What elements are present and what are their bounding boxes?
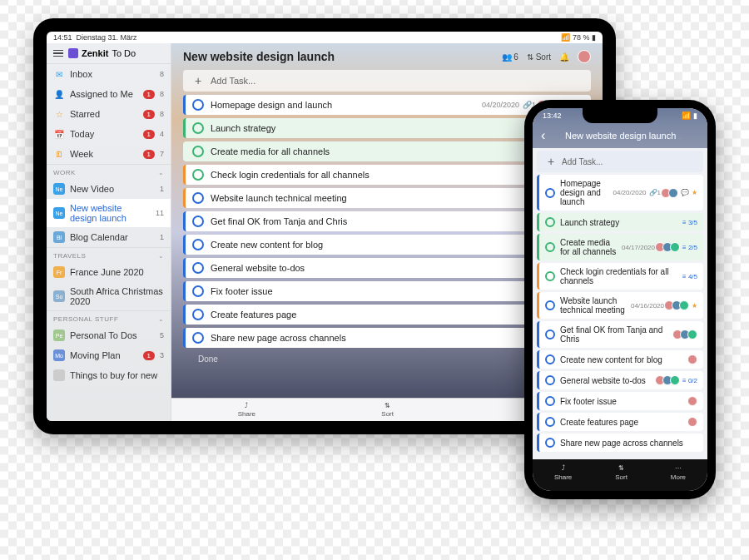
phone-more-button[interactable]: ⋯More xyxy=(671,464,686,481)
checkbox-icon[interactable] xyxy=(545,217,555,227)
task-title: Website launch technical meeting xyxy=(560,296,626,315)
checkbox-icon[interactable] xyxy=(545,242,555,252)
checkbox-icon[interactable] xyxy=(192,169,204,181)
sidebar-item-starred[interactable]: ☆ Starred 1 8 xyxy=(47,104,171,124)
header-actions: 👥 6 ⇅ Sort 🔔 xyxy=(502,50,591,63)
phone-sort-button[interactable]: ⇅Sort xyxy=(615,464,627,481)
task-title: General website to-dos xyxy=(211,263,578,273)
sidebar-item-france-june-2020[interactable]: Fr France June 2020 xyxy=(47,262,171,282)
checkbox-icon[interactable] xyxy=(192,216,204,227)
task-title: Create features page xyxy=(560,418,682,427)
sidebar-item-personal-to-dos[interactable]: Pe Personal To Dos 5 xyxy=(47,325,171,345)
checkbox-icon[interactable] xyxy=(192,122,204,134)
task-row[interactable]: Share new page across channels xyxy=(537,434,703,452)
checkbox-icon[interactable] xyxy=(192,262,204,274)
checkbox-icon[interactable] xyxy=(545,375,555,385)
count: 1 xyxy=(160,233,164,241)
chevron-down-icon: ⌄ xyxy=(158,315,165,323)
phone-add-task[interactable]: + Add Task... xyxy=(537,151,703,172)
checkbox-icon[interactable] xyxy=(192,285,204,297)
task-row[interactable]: Check login credentials for all channels… xyxy=(537,263,703,290)
checkbox-icon[interactable] xyxy=(545,271,555,281)
checkbox-icon[interactable] xyxy=(545,188,555,198)
task-row[interactable]: Launch strategy ≡ 3/5 xyxy=(537,213,703,231)
task-row[interactable]: General website to-dos ≡ 0/2 xyxy=(537,371,703,389)
sidebar-item-new-website-design-l[interactable]: Ne New website design launch 11 xyxy=(47,199,171,227)
share-button[interactable]: ⤴Share xyxy=(238,402,255,418)
task-row[interactable]: Get final OK from Tanja and Chris xyxy=(537,321,703,348)
sidebar-item-inbox[interactable]: ✉ Inbox 8 xyxy=(47,64,171,84)
week-icon: 🗓 xyxy=(53,148,65,160)
task-title: Launch strategy xyxy=(211,123,578,133)
checkbox-icon[interactable] xyxy=(545,354,555,364)
count: 8 xyxy=(160,110,164,118)
task-row[interactable]: Homepage design and launch 04/20/2020🔗1💬… xyxy=(537,175,703,211)
task-row[interactable]: Create new content for blog xyxy=(537,350,703,369)
checkbox-icon[interactable] xyxy=(192,332,204,344)
list-color-icon: Ne xyxy=(53,183,65,195)
sidebar-item-assigned-to-me[interactable]: 👤 Assigned to Me 1 8 xyxy=(47,84,171,104)
signal-icons: 📶 ▮ xyxy=(682,112,697,120)
sidebar-item-today[interactable]: 📅 Today 1 4 xyxy=(47,124,171,144)
sidebar-item-label: South Africa Christmas 2020 xyxy=(70,286,164,306)
sidebar-item-moving-plan[interactable]: Mo Moving Plan 1 3 xyxy=(47,345,171,365)
sidebar-item-label: France June 2020 xyxy=(70,267,164,277)
sidebar-item-south-africa-christm[interactable]: So South Africa Christmas 2020 xyxy=(47,282,171,310)
sidebar-item-week[interactable]: 🗓 Week 1 7 xyxy=(47,144,171,164)
task-title: Homepage design and launch xyxy=(560,179,608,206)
section-title: PERSONAL STUFF xyxy=(53,315,118,323)
checkbox-icon[interactable] xyxy=(545,417,555,427)
menu-icon[interactable] xyxy=(53,50,63,57)
task-row[interactable]: Create media for all channels 04/17/2020… xyxy=(537,234,703,260)
sidebar-item-new-video[interactable]: Ne New Video 1 xyxy=(47,179,171,199)
task-title: Create media for all channels xyxy=(211,146,540,156)
checkbox-icon[interactable] xyxy=(545,396,555,406)
checkbox-icon[interactable] xyxy=(192,239,204,250)
sort-button-bottom[interactable]: ⇅Sort xyxy=(381,402,394,418)
checkbox-icon[interactable] xyxy=(192,99,204,111)
task-title: Create new content for blog xyxy=(560,355,682,364)
members-count[interactable]: 👥 6 xyxy=(502,52,518,62)
back-icon[interactable]: ‹ xyxy=(541,128,545,143)
task-meta xyxy=(687,354,697,364)
checkbox-icon[interactable] xyxy=(545,300,555,310)
sidebar-section-travels[interactable]: TRAVELS⌄ xyxy=(47,247,171,262)
badge: 1 xyxy=(143,150,155,159)
task-title: Create media for all channels xyxy=(560,238,617,256)
bell-icon[interactable]: 🔔 xyxy=(559,52,569,62)
progress: ≡ 2/5 xyxy=(682,244,697,251)
checkbox-icon[interactable] xyxy=(192,192,204,204)
sidebar-item-label: Week xyxy=(70,149,138,159)
task-row[interactable]: Website launch technical meeting 04/16/2… xyxy=(537,292,703,319)
list-color-icon: So xyxy=(53,290,65,302)
page-title: New website design launch xyxy=(183,50,335,63)
checkbox-icon[interactable] xyxy=(192,146,204,157)
sidebar-section-personal stuff[interactable]: PERSONAL STUFF⌄ xyxy=(47,310,171,325)
checkbox-icon[interactable] xyxy=(545,438,555,448)
phone-page-title: New website design launch xyxy=(565,131,676,141)
list-color-icon: Bl xyxy=(53,231,65,243)
task-title: Create new content for blog xyxy=(211,240,578,250)
task-row[interactable]: Create features page xyxy=(537,413,703,431)
chevron-down-icon[interactable]: ⌄ xyxy=(678,133,684,141)
app-title: Zenkit To Do xyxy=(68,48,136,58)
task-row[interactable]: Fix footer issue xyxy=(537,392,703,410)
phone-share-button[interactable]: ⤴Share xyxy=(554,464,572,481)
count: 4 xyxy=(160,130,164,138)
checkbox-icon[interactable] xyxy=(192,309,204,320)
add-task-input[interactable]: + Add Task... xyxy=(183,70,591,92)
task-meta: ≡ 4/5 xyxy=(682,273,697,280)
sort-button[interactable]: ⇅ Sort xyxy=(527,52,551,62)
checkbox-icon[interactable] xyxy=(545,330,555,339)
chevron-down-icon: ⌄ xyxy=(158,252,165,260)
task-meta: ≡ 3/5 xyxy=(682,219,697,226)
task-title: Homepage design and launch xyxy=(211,100,475,110)
sidebar-item-label: Blog Calendar xyxy=(70,232,155,242)
phone-add-placeholder: Add Task... xyxy=(562,157,603,166)
sidebar-item-blog-calendar[interactable]: Bl Blog Calendar 1 xyxy=(47,227,171,247)
tablet-status-bar: 14:51 Dienstag 31. März 📶 78 % ▮ xyxy=(47,32,603,43)
count: 8 xyxy=(160,90,164,98)
sidebar-item-things-to-buy-for-ne[interactable]: Things to buy for new xyxy=(47,365,171,385)
avatar[interactable] xyxy=(578,50,591,63)
sidebar-section-work[interactable]: WORK⌄ xyxy=(47,164,171,179)
